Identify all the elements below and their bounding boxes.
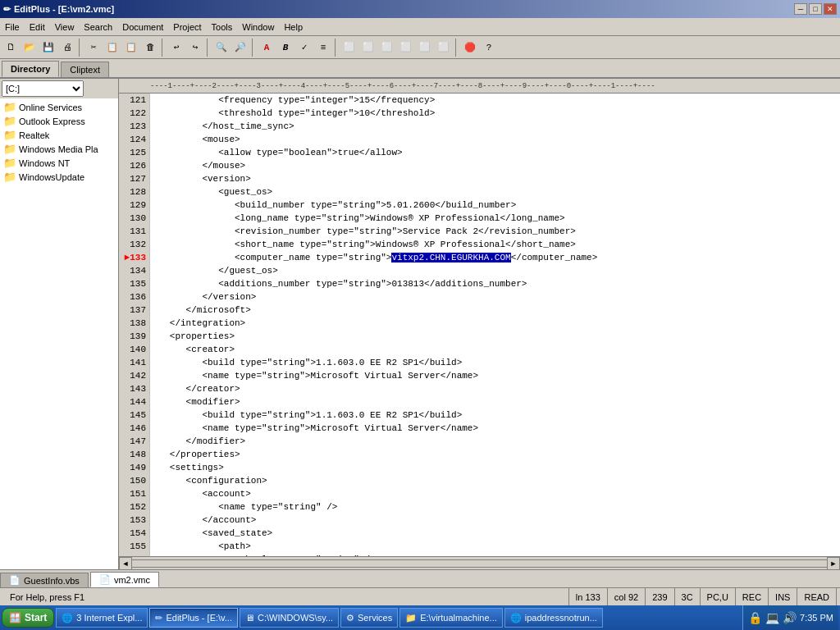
- taskbar-item[interactable]: 🌐ipaddressnotrun...: [504, 608, 603, 628]
- start-button[interactable]: 🪟 Start: [2, 608, 54, 628]
- tree-item[interactable]: 📁Online Services: [2, 100, 116, 114]
- toolbar-btn-format-a[interactable]: A: [258, 39, 276, 57]
- line-number: 131: [122, 225, 146, 238]
- taskbar-item-icon: 📁: [405, 613, 417, 623]
- line-numbers: 121122123124125126127128129130131132►133…: [119, 94, 150, 556]
- menu-edit[interactable]: Edit: [25, 21, 50, 34]
- toolbar-btn-undo[interactable]: ↩: [167, 39, 185, 57]
- toolbar-btn-indent[interactable]: ≡: [314, 39, 332, 57]
- toolbar-btn-print[interactable]: 🖨: [58, 39, 76, 57]
- taskbar-item[interactable]: ✏EditPlus - [E:\v...: [149, 608, 238, 628]
- menu-tools[interactable]: Tools: [207, 21, 238, 34]
- taskbar-item[interactable]: 📁E:\virtualmachine...: [399, 608, 503, 628]
- toolbar-btn-box3[interactable]: ⬜: [378, 39, 396, 57]
- tray-icon-lock: 🔒: [748, 611, 762, 625]
- tree-item[interactable]: 📁Windows Media Pla: [2, 142, 116, 156]
- line-number: 148: [122, 448, 146, 461]
- line-number: 136: [122, 290, 146, 304]
- folder-label: Outlook Express: [19, 116, 85, 126]
- line-number: 127: [122, 172, 146, 185]
- toolbar-btn-box5[interactable]: ⬜: [416, 39, 434, 57]
- tray-time: 7:35 PM: [800, 613, 833, 623]
- code-line: <mouse>: [153, 133, 837, 146]
- menu-file[interactable]: File: [0, 21, 25, 34]
- toolbar-btn-stop[interactable]: 🛑: [461, 39, 479, 57]
- line-number: ►133: [122, 251, 146, 264]
- minimize-button[interactable]: ─: [794, 3, 807, 15]
- file-tab-icon: 📄: [9, 575, 21, 586]
- toolbar-btn-copy[interactable]: 📋: [103, 39, 121, 57]
- drive-select[interactable]: [C:]: [2, 80, 84, 97]
- tree-item[interactable]: 📁Realtek: [2, 128, 116, 142]
- code-line: <account>: [153, 487, 837, 500]
- toolbar-btn-box2[interactable]: ⬜: [359, 39, 377, 57]
- menu-project[interactable]: Project: [168, 21, 206, 34]
- menu-help[interactable]: Help: [279, 21, 308, 34]
- scroll-right-btn[interactable]: ►: [827, 557, 840, 570]
- menu-view[interactable]: View: [50, 21, 80, 34]
- toolbar-btn-redo[interactable]: ↪: [186, 39, 204, 57]
- file-tab-icon: 📄: [99, 574, 111, 585]
- tree-item[interactable]: 📁Windows NT: [2, 156, 116, 170]
- menu-window[interactable]: Window: [237, 21, 279, 34]
- horizontal-scrollbar[interactable]: ◄ ►: [119, 556, 840, 569]
- code-line: <revision_number type="string">Service P…: [153, 225, 837, 238]
- toolbar-btn-spellcheck[interactable]: ✓: [295, 39, 313, 57]
- tab-cliptext[interactable]: Cliptext: [61, 62, 109, 77]
- line-number: 151: [122, 487, 146, 500]
- taskbar-item-label: ipaddressnotrun...: [525, 613, 597, 623]
- folder-icon: 📁: [3, 157, 16, 169]
- taskbar-item[interactable]: 🖥C:\WINDOWS\sy...: [240, 608, 339, 628]
- code-content[interactable]: <frequency type="integer">15</frequency>…: [150, 94, 840, 556]
- toolbar-btn-help[interactable]: ?: [480, 39, 498, 57]
- menu-search[interactable]: Search: [79, 21, 117, 34]
- code-line: <additions_number type="string">013813</…: [153, 277, 837, 290]
- line-number: 121: [122, 94, 146, 107]
- code-line: </modifier>: [153, 435, 837, 448]
- tree-item[interactable]: 📁Outlook Express: [2, 114, 116, 128]
- menu-bar: FileEditViewSearchDocumentProjectToolsWi…: [0, 18, 840, 36]
- toolbar-btn-format-b[interactable]: B: [276, 39, 294, 57]
- folder-icon: 📁: [3, 129, 16, 141]
- close-button[interactable]: ✕: [824, 3, 837, 15]
- status-hex: 3C: [675, 588, 701, 605]
- toolbar-btn-replace[interactable]: 🔎: [231, 39, 249, 57]
- toolbar-btn-save[interactable]: 💾: [39, 39, 57, 57]
- line-number: 137: [122, 304, 146, 317]
- toolbar-btn-find[interactable]: 🔍: [212, 39, 231, 57]
- tab-bar: Directory Cliptext: [0, 59, 840, 79]
- code-area[interactable]: 121122123124125126127128129130131132►133…: [119, 94, 840, 556]
- scroll-left-btn[interactable]: ◄: [119, 557, 132, 570]
- file-tab-GuestInfo-vbs[interactable]: 📄GuestInfo.vbs: [0, 573, 89, 587]
- status-ins: INS: [769, 588, 797, 605]
- code-line: <name type="string" />: [153, 500, 837, 514]
- code-line: <saved_state>: [153, 527, 837, 540]
- tree-item[interactable]: 📁WindowsUpdate: [2, 170, 116, 184]
- code-line: <name type="string">Microsoft Virtual Se…: [153, 369, 837, 382]
- file-tab-vm2-vmc[interactable]: 📄vm2.vmc: [90, 572, 159, 587]
- code-line: <modifier>: [153, 395, 837, 409]
- tab-directory[interactable]: Directory: [2, 61, 59, 77]
- taskbar-item[interactable]: ⚙Services: [340, 608, 398, 628]
- code-line: <long_name type="string">Windows® XP Pro…: [153, 212, 837, 225]
- toolbar-btn-new[interactable]: 🗋: [2, 39, 20, 57]
- toolbar-btn-box4[interactable]: ⬜: [397, 39, 415, 57]
- code-line: </microsoft>: [153, 304, 837, 317]
- file-tab-label: GuestInfo.vbs: [24, 576, 80, 586]
- tray-icon-monitor: 💻: [765, 611, 779, 625]
- maximize-button[interactable]: □: [809, 3, 822, 15]
- folder-icon: 📁: [3, 115, 16, 127]
- status-chars: 239: [646, 588, 674, 605]
- toolbar-btn-paste[interactable]: 📋: [122, 39, 140, 57]
- toolbar-btn-box6[interactable]: ⬜: [435, 39, 453, 57]
- taskbar-item-icon: 🖥: [245, 613, 254, 623]
- toolbar-separator: [335, 39, 338, 57]
- menu-document[interactable]: Document: [117, 21, 168, 34]
- taskbar-item[interactable]: 🌐3 Internet Expl...: [56, 608, 148, 628]
- toolbar-btn-delete[interactable]: 🗑: [141, 39, 159, 57]
- toolbar-btn-open[interactable]: 📂: [21, 39, 39, 57]
- toolbar-btn-box1[interactable]: ⬜: [340, 39, 358, 57]
- line-number: 145: [122, 409, 146, 422]
- toolbar-btn-cut[interactable]: ✂: [84, 39, 103, 57]
- code-line: <path>: [153, 540, 837, 553]
